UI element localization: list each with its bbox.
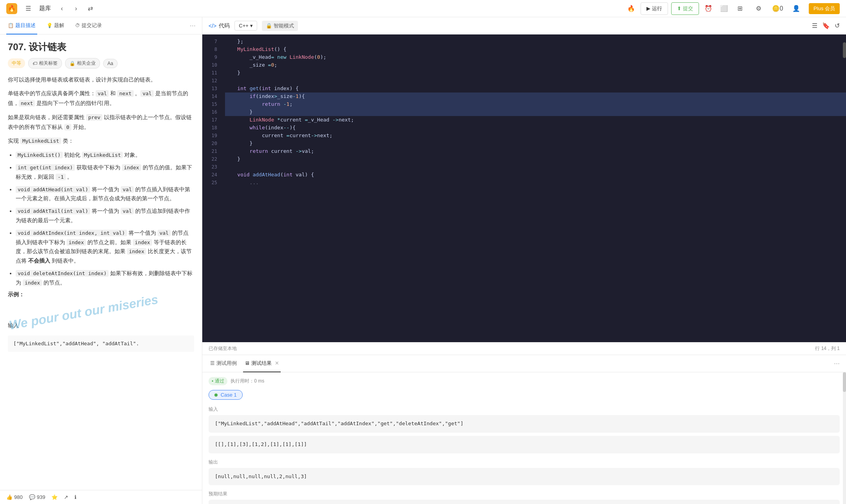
layout-icon[interactable]: ⬜ (718, 2, 730, 15)
case-selector: Case 1 (209, 390, 840, 400)
code-line-14: if(index>_size-1){ (225, 92, 846, 100)
test-header: ☰ 测试用例 🖥 测试结果 ✕ ··· (202, 355, 846, 372)
expected-section: 预期结果 [null,null,null,null,2,null,3] (209, 491, 840, 504)
code-line-19: current =current->next; (225, 132, 846, 140)
history-icon: ⏱ (75, 23, 80, 28)
output-label: 输出 (209, 459, 840, 466)
favorite-button[interactable]: ⭐ (51, 494, 58, 500)
settings-icon[interactable]: ⚙ (752, 2, 765, 15)
submit-button[interactable]: ⬆ 提交 (671, 2, 699, 15)
code-line-23 (225, 163, 846, 171)
run-button[interactable]: ▶ 运行 (641, 2, 668, 15)
font-btn[interactable]: Aa (103, 59, 118, 68)
alarm-icon[interactable]: ⏰ (702, 2, 715, 15)
example-section: 示例： We pour out our miseries 输入 ["MyLink… (8, 291, 194, 352)
case-1-button[interactable]: Case 1 (209, 390, 243, 400)
cursor-position: 行 14，列 1 (815, 345, 840, 352)
main-layout: 📋 题目描述 💡 题解 ⏱ 提交记录 ··· 707. 设计链表 中等 🏷 相关… (0, 17, 846, 504)
language-selector[interactable]: C++ ▾ (234, 21, 257, 31)
more-button[interactable]: ℹ (74, 494, 76, 500)
testcase-icon: ☰ (210, 360, 215, 366)
streak-icon[interactable]: 🔥 (625, 2, 637, 15)
related-tags-btn[interactable]: 🏷 相关标签 (28, 58, 62, 69)
next-arrow-icon[interactable]: › (70, 2, 82, 15)
code-title: </> 代码 (209, 22, 230, 29)
code-line-10: _size =0; (225, 61, 846, 69)
desc-icon: 📋 (8, 23, 14, 28)
logo[interactable]: 🔥 (6, 3, 17, 14)
coin-icon[interactable]: 🪙 0 (771, 2, 784, 15)
apps-icon[interactable]: ⊞ (733, 2, 746, 15)
bookmark-icon[interactable]: 🔖 (822, 22, 830, 29)
code-line-8: MyLinkedList() { (225, 45, 846, 53)
test-more-icon[interactable]: ··· (834, 359, 840, 368)
shuffle-icon[interactable]: ⇄ (84, 2, 96, 15)
code-line-24: void addAtHead(int val) { (225, 171, 846, 179)
right-panel: </> 代码 C++ ▾ 🔒 智能模式 ☰ 🔖 ↺ (202, 17, 846, 504)
lock-icon: 🔒 (69, 61, 75, 66)
expected-label: 预期结果 (209, 491, 840, 497)
code-line-11: } (225, 69, 846, 77)
test-panel: ☰ 测试用例 🖥 测试结果 ✕ ··· • 通过 执行用 (202, 355, 846, 504)
comment-icon: 💬 (29, 494, 35, 500)
desc-para-2: 单链表中的节点应该具备两个属性：val 和 next 。val 是当前节点的值，… (8, 89, 194, 108)
code-footer: 已存储至本地 行 14，列 1 (202, 342, 846, 355)
chevron-down-icon: ▾ (250, 23, 253, 29)
tab-problem-desc[interactable]: 📋 题目描述 (6, 17, 37, 34)
tab-submissions[interactable]: ⏱ 提交记录 (74, 17, 103, 34)
test-status-bar: • 通过 执行用时：0 ms (209, 377, 840, 385)
code-line-25: ... (225, 179, 846, 187)
code-line-21: return current ->val; (225, 147, 846, 155)
input-label: 输入 (209, 406, 840, 413)
avatar-icon[interactable]: 👤 (790, 2, 802, 15)
refresh-icon[interactable]: ↺ (835, 22, 840, 29)
share-button[interactable]: ↗ (64, 494, 68, 500)
prev-arrow-icon[interactable]: ‹ (56, 2, 68, 15)
plus-button[interactable]: Plus 会员 (809, 3, 840, 14)
save-status: 已存储至本地 (209, 345, 237, 352)
smart-mode-toggle[interactable]: 🔒 智能模式 (262, 21, 298, 31)
code-area: </> 代码 C++ ▾ 🔒 智能模式 ☰ 🔖 ↺ (202, 17, 846, 355)
difficulty-tag[interactable]: 中等 (8, 58, 25, 68)
test-scrollbar-thumb (843, 372, 846, 392)
bullet-1: MyLinkedList() 初始化 MyLinkedList 对象。 (16, 150, 194, 160)
comment-button[interactable]: 💬 939 (29, 494, 45, 500)
left-tabs: 📋 题目描述 💡 题解 ⏱ 提交记录 ··· (0, 17, 202, 34)
code-line-7: }; (225, 38, 846, 45)
code-line-20: } (225, 140, 846, 147)
input-section: 输入 ["MyLinkedList","addAtHead","addAtTai… (209, 406, 840, 453)
tab-desc-label: 题目描述 (15, 22, 36, 29)
related-company-btn[interactable]: 🔒 相关企业 (65, 58, 100, 69)
output-box: [null,null,null,null,2,null,3] (209, 468, 840, 486)
info-icon: ℹ (74, 494, 76, 500)
top-nav: 🔥 ☰ 题库 ‹ › ⇄ 🔥 ▶ 运行 ⬆ 提交 ⏰ ⬜ ⊞ ⚙ 🪙 0 👤 P… (0, 0, 846, 17)
nav-right: 🔥 ▶ 运行 ⬆ 提交 ⏰ ⬜ ⊞ ⚙ 🪙 0 👤 Plus 会员 (625, 2, 840, 15)
tab-test-cases[interactable]: ☰ 测试用例 (209, 355, 238, 372)
code-icon: </> (209, 23, 216, 29)
left-panel: 📋 题目描述 💡 题解 ⏱ 提交记录 ··· 707. 设计链表 中等 🏷 相关… (0, 17, 202, 504)
test-body: • 通过 执行用时：0 ms Case 1 输入 ["MyLi (202, 372, 846, 504)
bullet-5: void addAtIndex(int index, int val) 将一个值… (16, 228, 194, 266)
share-icon: ↗ (64, 494, 68, 500)
code-line-15: return -1; (225, 100, 846, 108)
tab-more-icon[interactable]: ··· (190, 22, 196, 30)
nav-arrows: ‹ › ⇄ (56, 2, 96, 15)
like-button[interactable]: 👍 980 (6, 494, 23, 500)
code-header: </> 代码 C++ ▾ 🔒 智能模式 ☰ 🔖 ↺ (202, 17, 846, 34)
expected-box: [null,null,null,null,2,null,3] (209, 500, 840, 504)
tab-test-results[interactable]: 🖥 测试结果 ✕ (243, 355, 281, 372)
like-icon: 👍 (6, 494, 13, 500)
close-result-icon[interactable]: ✕ (275, 360, 279, 366)
code-content[interactable]: }; MyLinkedList() { _v_Head= new LinkNod… (222, 34, 846, 342)
code-line-22: } (225, 155, 846, 163)
nav-title: 题库 (39, 5, 51, 12)
bullet-2: int get(int index) 获取链表中下标为 index 的节点的值。… (16, 163, 194, 182)
exec-time: 执行用时：0 ms (231, 378, 264, 384)
code-line-17: LinkNode *current =_v_Head ->next; (225, 116, 846, 124)
code-editor[interactable]: 7 8 9 10 11 12 13 14 15 16 17 18 19 20 2… (202, 34, 846, 342)
menu-icon[interactable]: ☰ (22, 2, 34, 15)
format-icon[interactable]: ☰ (812, 22, 817, 29)
tab-solution[interactable]: 💡 题解 (45, 17, 66, 34)
code-line-12 (225, 77, 846, 85)
problem-tags: 中等 🏷 相关标签 🔒 相关企业 Aa (8, 58, 194, 69)
